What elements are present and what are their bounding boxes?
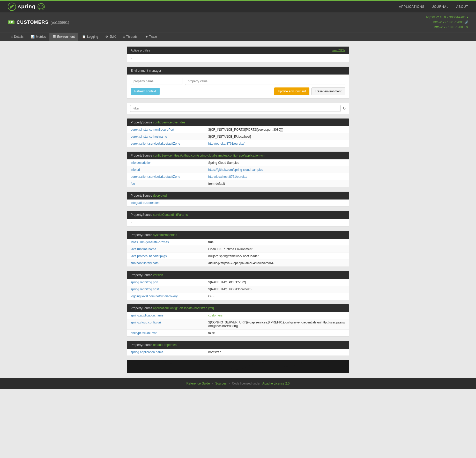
property-source-header: PropertySource configService:overrides	[127, 119, 349, 126]
prop-value: false	[208, 331, 215, 335]
tab-environment[interactable]: ☰ Environment	[49, 33, 78, 41]
property-source-section: PropertySource applicationConfig: [class…	[127, 304, 349, 337]
tab-trace[interactable]: 👁 Trace	[141, 33, 161, 41]
app-links: http://172.18.0.7:9000/health ♥ http://1…	[426, 15, 468, 30]
prop-key: spring.cloud.config.uri	[131, 321, 208, 324]
table-row: eureka.client.serviceUrl.defaultZonehttp…	[127, 173, 349, 180]
app-id: (eb135991)	[51, 20, 69, 25]
property-source-header: PropertySource applicationConfig: [class…	[127, 304, 349, 312]
env-manager-actions: Refresh context Update environment Reset…	[131, 87, 345, 95]
tab-threads[interactable]: ≡ Threads	[119, 33, 141, 41]
property-source-label: PropertySource version	[131, 273, 163, 277]
prop-key: eureka.client.serviceUrl.defaultZone	[131, 142, 208, 145]
nav-journal[interactable]: JOURNAL	[432, 5, 449, 9]
wavy-divider	[127, 360, 349, 373]
power-icon	[38, 3, 45, 10]
health-link[interactable]: http://172.18.0.7:9000/health ♥	[426, 15, 468, 20]
refresh-context-button[interactable]: Refresh context	[131, 88, 160, 95]
property-source-header: PropertySource systemProperties	[127, 231, 349, 239]
property-source-body: eureka.instance.nonSecurePort${CF_INSTAN…	[127, 126, 349, 147]
property-source-header: PropertySource decrypted	[127, 192, 349, 200]
main-content: Active profiles raw JSON - Environment m…	[122, 46, 354, 373]
property-source-body: spring.application.namecustomersspring.c…	[127, 312, 349, 336]
top-nav: spring APPLICATIONS JOURNAL ABOUT	[0, 0, 476, 12]
nav-applications[interactable]: APPLICATIONS	[399, 5, 424, 9]
reset-environment-button[interactable]: Reset environment	[311, 87, 345, 95]
reference-guide-link[interactable]: Reference Guide	[187, 382, 210, 385]
table-row: foofrom-default	[127, 180, 349, 187]
nav-about[interactable]: ABOUT	[456, 5, 468, 9]
tab-metrics[interactable]: 📊 Metrics	[27, 33, 50, 41]
prop-key: logging.level.com.netflix.discovery	[131, 294, 208, 298]
table-row: logging.level.com.netflix.discoveryOFF	[127, 293, 349, 300]
property-source-label: PropertySource applicationConfig: [class…	[131, 306, 214, 310]
property-source-section: PropertySource configService:overrideseu…	[127, 118, 349, 147]
prop-key: encrypt.failOnError	[131, 331, 208, 335]
source-name: applicationConfig: [classpath:/bootstrap…	[153, 306, 214, 310]
page-header: UP CUSTOMERS (eb135991) http://172.18.0.…	[0, 12, 476, 33]
prop-value: from-default	[208, 182, 225, 186]
sub-nav: ℹ Details 📊 Metrics ☰ Environment 📋 Logg…	[0, 33, 476, 41]
property-value-input[interactable]	[185, 78, 345, 85]
sources-link[interactable]: Sources	[215, 382, 227, 385]
source-name: defaultProperties	[153, 343, 177, 347]
table-row: info.urlhttps://github.com/spring-cloud-…	[127, 166, 349, 173]
property-sources-container: PropertySource configService:overrideseu…	[127, 118, 349, 356]
source-name: configService:overrides	[153, 121, 185, 124]
info-link[interactable]: http://172.18.0.7:9000 🔗	[426, 20, 468, 25]
active-profiles-value: -	[127, 54, 349, 62]
prop-key: java.runtime.name	[131, 247, 208, 251]
table-row: spring.application.namecustomers	[127, 312, 349, 319]
table-row: spring.cloud.config.uri${CONFIG_SERVER_U…	[127, 319, 349, 330]
wavy-svg	[127, 360, 349, 373]
status-badge: UP	[8, 20, 14, 24]
prop-value: http://localhost:8761/eureka/	[208, 175, 247, 179]
filter-input[interactable]	[130, 105, 341, 112]
property-source-section: PropertySource systemPropertiesjboss.i18…	[127, 231, 349, 267]
single-value: -	[127, 219, 349, 226]
prop-value: /usr/lib/jvm/java-7-openjdk-amd64/jre/li…	[208, 261, 273, 265]
prop-key: info.description	[131, 161, 208, 165]
property-source-section: PropertySource servletContextInitParams-	[127, 211, 349, 227]
active-profiles-header: Active profiles raw JSON	[127, 47, 349, 54]
prop-key: spring.rabbitmq.port	[131, 280, 208, 284]
raw-json-link[interactable]: raw JSON	[332, 49, 345, 52]
prop-key: eureka.instance.nonSecurePort	[131, 128, 208, 131]
table-row: java.protocol.handler.pkgsnull|org.sprin…	[127, 253, 349, 260]
prop-key: eureka.instance.hostname	[131, 135, 208, 138]
property-source-body: spring.rabbitmq.port${RABBITMQ_PORT:5672…	[127, 279, 349, 300]
table-row: spring.application.namebootstrap	[127, 349, 349, 356]
property-source-header: PropertySource configService:https://git…	[127, 152, 349, 159]
property-source-label: PropertySource defaultProperties	[131, 343, 176, 347]
license-link[interactable]: Apache License 2.0	[262, 382, 289, 385]
tab-jmx[interactable]: ⚙ JMX	[102, 33, 119, 41]
prop-key: eureka.client.serviceUrl.defaultZone	[131, 175, 208, 179]
update-environment-button[interactable]: Update environment	[274, 87, 309, 95]
brand-name: spring	[18, 4, 35, 10]
actuator-link[interactable]: http://172.18.0.7:9000 ⚙	[426, 25, 468, 30]
property-source-section: PropertySource versionspring.rabbitmq.po…	[127, 271, 349, 300]
source-name: version	[153, 273, 163, 277]
source-name: systemProperties	[153, 233, 177, 237]
active-profiles-title: Active profiles	[131, 49, 150, 52]
filter-refresh-icon[interactable]: ↻	[343, 106, 346, 110]
tab-logging[interactable]: 📋 Logging	[78, 33, 102, 41]
property-source-label: PropertySource configService:https://git…	[131, 154, 265, 157]
table-row: spring.rabbitmq.host${RABBITMQ_HOST:loca…	[127, 286, 349, 293]
active-profiles-section: Active profiles raw JSON -	[127, 46, 349, 62]
table-row: java.runtime.nameOpenJDK Runtime Environ…	[127, 246, 349, 253]
footer: Reference Guide - Sources - Code license…	[0, 378, 476, 389]
property-name-input[interactable]	[131, 78, 182, 85]
table-row: sun.boot.library.path/usr/lib/jvm/java-7…	[127, 260, 349, 267]
prop-value: ${CF_INSTANCE_IP:localhost}	[208, 135, 251, 138]
source-name: configService:https://github.com/spring-…	[153, 154, 265, 157]
table-row: jboss.i18n.generate-proxiestrue	[127, 239, 349, 246]
property-source-body: spring.application.namebootstrap	[127, 349, 349, 356]
tab-details[interactable]: ℹ Details	[8, 33, 27, 41]
property-source-body: -	[127, 219, 349, 226]
prop-value: OFF	[208, 294, 214, 298]
property-source-body: jboss.i18n.generate-proxiestruejava.runt…	[127, 239, 349, 267]
property-source-section: PropertySource decryptedintegration.stor…	[127, 191, 349, 206]
property-source-label: PropertySource decrypted	[131, 194, 167, 197]
env-manager-section: Environment manager Refresh context Upda…	[127, 67, 349, 99]
